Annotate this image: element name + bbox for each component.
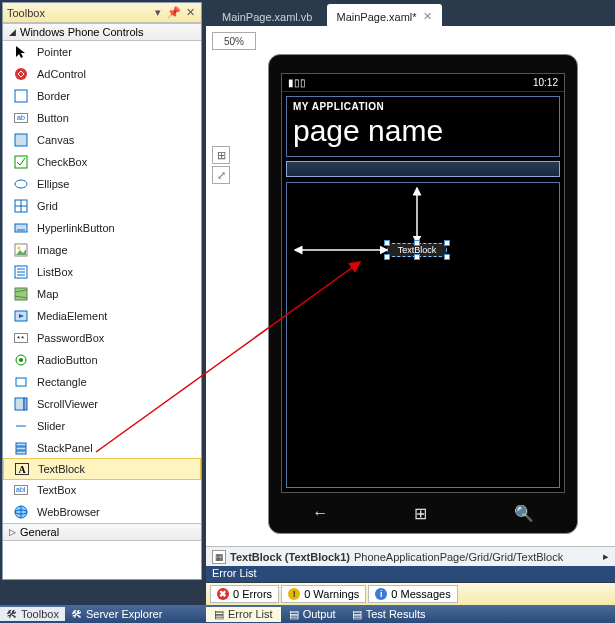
- resize-handle[interactable]: [444, 240, 450, 246]
- svg-rect-3: [15, 156, 27, 168]
- content-pane[interactable]: TextBlock: [286, 182, 560, 488]
- group-windows-phone-controls[interactable]: ◢ Windows Phone Controls: [3, 23, 201, 41]
- tool-label: Slider: [37, 420, 65, 432]
- toolbox-panel: Toolbox ▾ 📌 ✕ ◢ Windows Phone Controls P…: [2, 2, 202, 580]
- group-label: Windows Phone Controls: [20, 26, 144, 38]
- design-surface[interactable]: 50% ⊞ ⤢ ▮▯▯ 10:12 MY APPLICATION page na…: [206, 26, 615, 546]
- pin-icon[interactable]: 📌: [167, 6, 181, 20]
- tool-label: ScrollViewer: [37, 398, 98, 410]
- textblock-element[interactable]: TextBlock: [387, 243, 447, 257]
- status-tab-output[interactable]: ▤Output: [281, 607, 344, 622]
- toolbox-item-listbox[interactable]: ListBox: [3, 261, 201, 283]
- warnings-chip[interactable]: ! 0 Warnings: [281, 585, 366, 603]
- toolbox-item-passwordbox[interactable]: **PasswordBox: [3, 327, 201, 349]
- toolbox-item-textblock[interactable]: ATextBlock: [3, 458, 201, 480]
- errors-chip[interactable]: ✖ 0 Errors: [210, 585, 279, 603]
- toolbox-item-slider[interactable]: Slider: [3, 415, 201, 437]
- tool-label: Image: [37, 244, 68, 256]
- element-icon[interactable]: ▦: [212, 550, 226, 564]
- resize-handle[interactable]: [414, 240, 420, 246]
- signal-icon: ▮▯▯: [288, 77, 306, 88]
- group-general[interactable]: ▷ General: [3, 523, 201, 541]
- status-tabs: ▤Error List▤Output▤Test Results: [206, 605, 615, 623]
- svg-rect-8: [15, 224, 27, 232]
- webbrowser-icon: [13, 504, 29, 520]
- toolbox-item-canvas[interactable]: Canvas: [3, 129, 201, 151]
- bottom-left-tabs: 🛠Toolbox🛠Server Explorer: [0, 605, 206, 623]
- toolbox-item-checkbox[interactable]: CheckBox: [3, 151, 201, 173]
- close-icon[interactable]: ✕: [183, 6, 197, 20]
- toolbox-item-ellipse[interactable]: Ellipse: [3, 173, 201, 195]
- error-filter-bar: ✖ 0 Errors ! 0 Warnings i 0 Messages: [206, 583, 615, 605]
- phone-screen: ▮▯▯ 10:12 MY APPLICATION page name: [281, 73, 565, 493]
- close-icon[interactable]: ✕: [423, 10, 432, 23]
- tool-label: Canvas: [37, 134, 74, 146]
- resize-handle[interactable]: [414, 254, 420, 260]
- border-icon: [13, 88, 29, 104]
- svg-rect-21: [15, 398, 24, 410]
- tool-label: CheckBox: [37, 156, 87, 168]
- toolbox-item-image[interactable]: Image: [3, 239, 201, 261]
- textbox-icon: abl: [13, 482, 29, 498]
- tool-label: RadioButton: [37, 354, 98, 366]
- svg-rect-20: [16, 378, 26, 386]
- toolbox-item-button[interactable]: abButton: [3, 107, 201, 129]
- toolbox-item-stackpanel[interactable]: StackPanel: [3, 437, 201, 459]
- panel-tab-toolbox[interactable]: 🛠Toolbox: [0, 607, 65, 621]
- adcontrol-icon: [13, 66, 29, 82]
- breadcrumb-selected[interactable]: TextBlock (TextBlock1): [230, 551, 350, 563]
- panel-tab-server-explorer[interactable]: 🛠Server Explorer: [65, 607, 168, 621]
- search-icon[interactable]: 🔍: [514, 504, 534, 523]
- svg-rect-27: [16, 451, 26, 454]
- toolbox-item-mediaelement[interactable]: MediaElement: [3, 305, 201, 327]
- status-tab-error-list[interactable]: ▤Error List: [206, 607, 281, 622]
- toolbox-item-hyperlinkbutton[interactable]: HyperlinkButton: [3, 217, 201, 239]
- resize-handle[interactable]: [384, 254, 390, 260]
- toolbox-item-map[interactable]: Map: [3, 283, 201, 305]
- status-tab-test-results[interactable]: ▤Test Results: [344, 607, 434, 622]
- windows-icon[interactable]: ⊞: [414, 504, 427, 523]
- ellipse-icon: [13, 176, 29, 192]
- breadcrumb-more-icon[interactable]: ▸: [603, 550, 609, 563]
- toolbox-item-rectangle[interactable]: Rectangle: [3, 371, 201, 393]
- resize-handle[interactable]: [444, 254, 450, 260]
- tab-label: MainPage.xaml*: [337, 11, 417, 23]
- svg-rect-22: [24, 398, 27, 410]
- group-label: General: [20, 526, 59, 538]
- zoom-fit-icon[interactable]: ⤢: [212, 166, 230, 184]
- expand-icon: ▷: [9, 527, 16, 537]
- button-icon: ab: [13, 110, 29, 126]
- svg-rect-25: [16, 443, 26, 446]
- checkbox-icon: [13, 154, 29, 170]
- svg-rect-26: [16, 447, 26, 450]
- zoom-level[interactable]: 50%: [212, 32, 256, 50]
- toolbox-title: Toolbox: [7, 7, 149, 19]
- toolbox-item-grid[interactable]: Grid: [3, 195, 201, 217]
- tab-mainpage-xaml-[interactable]: MainPage.xaml*✕: [327, 4, 442, 26]
- toolbox-item-radiobutton[interactable]: RadioButton: [3, 349, 201, 371]
- app-header: MY APPLICATION page name: [286, 96, 560, 157]
- messages-chip[interactable]: i 0 Messages: [368, 585, 457, 603]
- bottom-strip: ✖ 0 Errors ! 0 Warnings i 0 Messages ▤Er…: [0, 583, 615, 623]
- dropdown-icon[interactable]: ▾: [151, 6, 165, 20]
- resize-handle[interactable]: [384, 240, 390, 246]
- fit-icon[interactable]: ⊞: [212, 146, 230, 164]
- app-label: MY APPLICATION: [293, 101, 553, 112]
- phone-hw-buttons: ← ⊞ 🔍: [269, 499, 577, 527]
- back-icon[interactable]: ←: [312, 504, 328, 522]
- toolbox-item-border[interactable]: Border: [3, 85, 201, 107]
- listbox-icon: [13, 264, 29, 280]
- toolbox-item-textbox[interactable]: ablTextBox: [3, 479, 201, 501]
- tool-label: TextBox: [37, 484, 76, 496]
- media-icon: [13, 308, 29, 324]
- toolbox-item-pointer[interactable]: Pointer: [3, 41, 201, 63]
- toolbox-item-webbrowser[interactable]: WebBrowser: [3, 501, 201, 523]
- toolbox-item-scrollviewer[interactable]: ScrollViewer: [3, 393, 201, 415]
- password-icon: **: [13, 330, 29, 346]
- slider-icon: [13, 418, 29, 434]
- tab-mainpage-xaml-vb[interactable]: MainPage.xaml.vb: [212, 4, 323, 26]
- toolbox-item-adcontrol[interactable]: AdControl: [3, 63, 201, 85]
- pointer-icon: [13, 44, 29, 60]
- selection-band[interactable]: [286, 161, 560, 177]
- breadcrumb-path[interactable]: PhoneApplicationPage/Grid/Grid/TextBlock: [354, 551, 563, 563]
